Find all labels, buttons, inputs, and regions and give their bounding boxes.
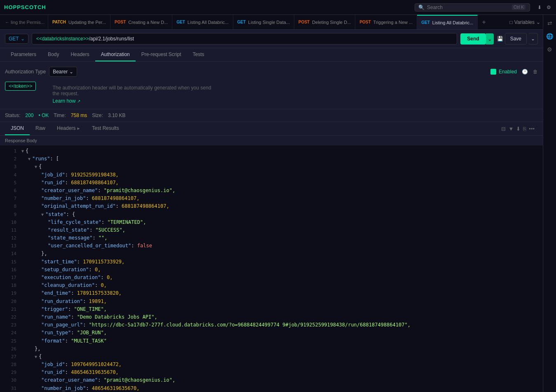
search-bar[interactable]: 🔍 Ctrl K: [415, 3, 530, 12]
collapse-arrow[interactable]: ▼: [35, 164, 37, 169]
resp-funnel-icon[interactable]: ▼: [508, 126, 514, 132]
size-value: 3.10 KB: [108, 113, 126, 118]
collapse-arrow[interactable]: ▼: [28, 157, 30, 161]
status-ok: • OK: [38, 113, 49, 118]
response-content[interactable]: 1▼{2▼"runs": [3▼{4"job_id": 919252599198…: [0, 146, 543, 392]
headers-chevron: ►: [76, 126, 80, 131]
req-tab-authorization[interactable]: Authorization: [95, 48, 136, 61]
save-button[interactable]: Save: [505, 33, 527, 45]
tab-arrow-back[interactable]: ← ling the Permis...: [2, 15, 48, 30]
auth-type-value[interactable]: Bearer ⌄: [49, 67, 77, 77]
sidebar-icon-globe[interactable]: 🌐: [546, 33, 553, 40]
tab-method-get-1: GET: [176, 20, 185, 24]
enabled-checkbox[interactable]: ✓: [490, 69, 496, 75]
method-select[interactable]: GET ⌄: [5, 34, 28, 44]
send-button[interactable]: Send: [460, 33, 486, 45]
req-tab-tests[interactable]: Tests: [187, 48, 210, 61]
learn-how-link[interactable]: Learn how: [52, 98, 75, 104]
tab-post-triggering[interactable]: POST Triggering a New ...: [355, 15, 417, 30]
req-tab-body[interactable]: Body: [42, 48, 65, 61]
resp-more-icon[interactable]: •••: [529, 126, 535, 132]
search-input[interactable]: [427, 5, 509, 10]
tab-get-listing-all-1[interactable]: GET Listing All Databric...: [172, 15, 233, 30]
line-content: ▼{: [21, 353, 42, 361]
line-number: 18: [3, 282, 16, 289]
line-content: "start_time": 1709115733929,: [21, 258, 124, 266]
search-shortcut: Ctrl K: [512, 5, 526, 10]
collapse-arrow[interactable]: ▼: [21, 149, 24, 153]
json-line: 24"run_type": "JOB_RUN",: [0, 329, 543, 337]
tab-method-get-active: GET: [421, 20, 430, 25]
line-number: 20: [3, 298, 16, 305]
tab-post-creating[interactable]: POST Creating a New D...: [110, 15, 172, 30]
resp-filter-icon[interactable]: ⊟: [501, 126, 506, 132]
line-number: 31: [3, 385, 16, 392]
json-line: 4"job_id": 919252599198438,: [0, 171, 543, 179]
tab-label-get-1: Listing All Databric...: [188, 20, 229, 25]
json-line: 29"run_id": 486546319635670,: [0, 369, 543, 376]
resp-tab-headers[interactable]: Headers ►: [51, 122, 86, 135]
line-content: "number_in_job": 486546319635670,: [21, 385, 139, 392]
json-line: 16"setup_duration": 0,: [0, 266, 543, 274]
collapse-arrow[interactable]: ▼: [41, 212, 44, 217]
json-line: 14},: [0, 250, 543, 258]
resp-tab-json[interactable]: JSON: [5, 122, 30, 135]
line-number: 2: [3, 155, 16, 163]
resp-download-icon[interactable]: ⬇: [516, 126, 521, 132]
json-line: 22"run_name": "Demo Databricks Jobs API"…: [0, 313, 543, 321]
line-content: },: [21, 250, 47, 258]
line-number: 9: [3, 211, 16, 218]
tab-method-get-2: GET: [237, 20, 246, 24]
save-group: 💾 Save ⌄: [497, 33, 538, 45]
auth-trash-icon[interactable]: 🗑: [533, 69, 538, 75]
tab-post-deleting[interactable]: POST Deleting Single D...: [294, 15, 355, 30]
line-number: 14: [3, 250, 16, 258]
json-line: 9▼"state": {: [0, 211, 543, 218]
send-dropdown[interactable]: ⌄: [486, 33, 494, 45]
sidebar-icon-swap[interactable]: ⇄: [547, 20, 552, 26]
resp-tab-test-results[interactable]: Test Results: [86, 122, 124, 135]
line-content: "execution_duration": 0,: [21, 274, 113, 282]
enabled-badge: ✓ Enabled: [490, 69, 517, 75]
auth-note: The authorization header will be automat…: [52, 85, 217, 96]
auth-type-chevron: ⌄: [69, 69, 73, 75]
auth-type: Authorization Type Bearer ⌄: [5, 67, 77, 77]
line-number: 28: [3, 361, 16, 369]
collapse-arrow[interactable]: ▼: [35, 354, 37, 359]
url-bar[interactable]: <<databricksInstance>>/api/2.1/jobs/runs…: [32, 33, 457, 45]
save-dropdown[interactable]: ⌄: [528, 33, 538, 45]
json-line: 15"start_time": 1709115733929,: [0, 258, 543, 266]
line-content: },: [21, 345, 40, 353]
tab-add-button[interactable]: +: [478, 19, 490, 26]
tab-patch[interactable]: PATCH Updating the Per...: [48, 15, 110, 30]
json-line: 1▼{: [0, 147, 543, 155]
json-line: 19"end_time": 17891157533820,: [0, 289, 543, 297]
tab-get-listing-all-active[interactable]: GET Listing All Databric...: [417, 15, 478, 30]
req-tab-pre-request[interactable]: Pre-request Script: [136, 48, 187, 61]
tab-method-patch: PATCH: [52, 20, 66, 24]
auth-type-label: Authorization Type: [5, 69, 46, 75]
req-tab-headers[interactable]: Headers: [65, 48, 95, 61]
json-line: 26},: [0, 345, 543, 353]
json-line: 23"run_page_url": "https://dbc-5a17db7-2…: [0, 321, 543, 329]
settings-icon[interactable]: ⚙: [546, 4, 552, 11]
tab-get-listing-single[interactable]: GET Listing Single Data...: [233, 15, 294, 30]
tab-label-get-2: Listing Single Data...: [248, 20, 290, 25]
req-tab-parameters[interactable]: Parameters: [5, 48, 42, 61]
save-icon: 💾: [497, 36, 503, 42]
sidebar-icon-settings[interactable]: ⚙: [547, 46, 552, 53]
auth-clock-icon[interactable]: 🕐: [522, 69, 528, 75]
line-number: 5: [3, 179, 16, 187]
line-number: 19: [3, 289, 16, 297]
resp-copy-icon[interactable]: ⎘: [523, 126, 526, 132]
status-label: Status:: [5, 113, 20, 118]
download-icon[interactable]: ⬇: [537, 4, 542, 11]
json-line: 12"state_message": "",: [0, 234, 543, 242]
url-path: /api/2.1/jobs/runs/list: [89, 36, 134, 42]
app-logo: HOPPSCOTCH: [4, 4, 46, 10]
line-content: "run_duration": 19891,: [21, 298, 107, 305]
tab-label-patch: Updating the Per...: [68, 20, 106, 25]
auth-controls-right: ✓ Enabled 🕐 🗑: [490, 69, 538, 75]
resp-tab-raw[interactable]: Raw: [30, 122, 51, 135]
token-tag: <<token>>: [5, 82, 36, 91]
